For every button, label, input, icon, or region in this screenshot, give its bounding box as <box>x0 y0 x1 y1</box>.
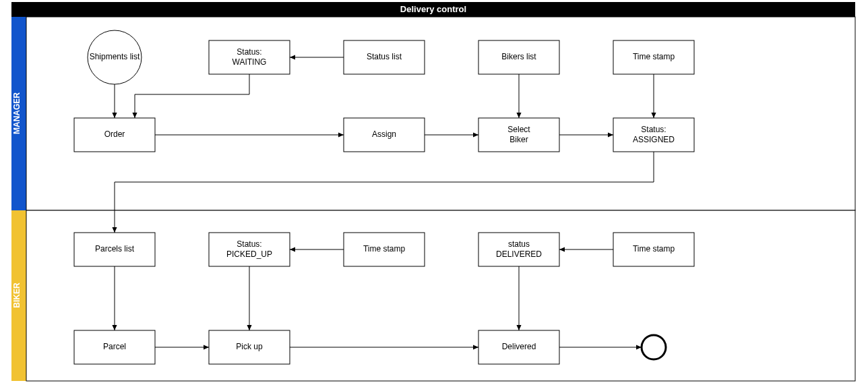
node-status-waiting-l1: Status: <box>237 47 261 57</box>
node-status-list-label: Status list <box>367 52 402 61</box>
node-status-picked-l1: Status: <box>237 239 261 249</box>
node-status-waiting-l2: WAITING <box>232 57 267 67</box>
node-timestamp-1-label: Time stamp <box>633 52 675 61</box>
node-delivered-label: Delivered <box>502 342 536 351</box>
end-event <box>642 335 666 359</box>
node-timestamp-3-label: Time stamp <box>633 244 675 254</box>
start-event-label: Shipments list <box>90 52 140 61</box>
node-status-delivered-l1: status <box>508 239 530 249</box>
node-pickup-label: Pick up <box>236 342 263 351</box>
node-parcel-label: Parcel <box>103 342 126 351</box>
node-status-assigned-l1: Status: <box>641 125 666 134</box>
node-status-assigned-l2: ASSIGNED <box>633 135 675 144</box>
node-bikers-list-label: Bikers list <box>501 52 536 61</box>
pool-title: Delivery control <box>400 4 466 14</box>
node-assign-label: Assign <box>372 129 396 139</box>
node-select-biker-l1: Select <box>507 125 530 134</box>
lane-manager-label: MANAGER <box>12 92 22 134</box>
node-status-delivered-l2: DELIVERED <box>496 249 542 259</box>
node-timestamp-2-label: Time stamp <box>363 244 406 254</box>
node-order-label: Order <box>104 129 125 139</box>
lane-manager-body <box>26 17 855 210</box>
diagram-canvas: Delivery control MANAGER BIKER Shipments… <box>0 0 868 385</box>
lane-biker-label: BIKER <box>12 283 22 308</box>
node-parcels-list-label: Parcels list <box>95 244 135 254</box>
node-select-biker-l2: Biker <box>509 135 528 144</box>
node-status-picked-l2: PICKED_UP <box>226 249 272 259</box>
